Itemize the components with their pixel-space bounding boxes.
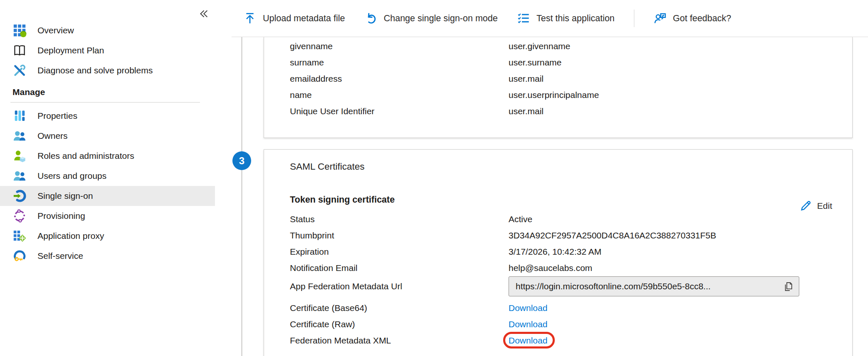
download-federation-metadata-xml-link[interactable]: Download [509, 336, 547, 345]
sidebar-item-label: Overview [37, 25, 74, 35]
test-application-label: Test this application [536, 13, 615, 24]
step-connector-line [241, 37, 242, 356]
upload-metadata-file-button[interactable]: Upload metadata file [243, 12, 345, 25]
detail-label: Certificate (Base64) [290, 303, 509, 313]
metadata-url-field[interactable]: https://login.microsoftonline.com/59b550… [509, 276, 799, 296]
sidebar-item-overview[interactable]: Overview [0, 20, 215, 40]
attribute-row: givenname user.givenname [290, 38, 852, 54]
sidebar-item-diagnose[interactable]: Diagnose and solve problems [0, 60, 215, 80]
download-certificate-raw-link[interactable]: Download [509, 319, 547, 329]
sidebar-item-roles[interactable]: Roles and administrators [0, 146, 215, 166]
claim-value: user.userprincipalname [509, 90, 599, 100]
copy-icon[interactable] [783, 281, 794, 292]
attribute-rows: givenname user.givenname surname user.su… [264, 37, 852, 119]
claim-value: user.givenname [509, 41, 570, 51]
claim-name: Unique User Identifier [290, 106, 509, 116]
attributes-claims-card: givenname user.givenname surname user.su… [264, 37, 853, 138]
sidebar-item-label: Users and groups [37, 171, 107, 181]
sidebar: Overview Deployment Plan [0, 0, 232, 356]
pencil-icon [799, 200, 812, 212]
bars-icon [12, 109, 27, 123]
sidebar-item-owners[interactable]: Owners [0, 126, 215, 146]
sidebar-item-properties[interactable]: Properties [0, 106, 215, 126]
detail-label: Status [290, 214, 509, 224]
sidebar-section-manage: Manage [0, 80, 232, 102]
feedback-person-icon [653, 12, 667, 25]
detail-label: Certificate (Raw) [290, 319, 509, 329]
sidebar-item-label: Single sign-on [37, 191, 93, 201]
change-sso-mode-button[interactable]: Change single sign-on mode [364, 12, 498, 25]
sidebar-item-label: Application proxy [37, 231, 104, 241]
status-value: Active [509, 214, 532, 224]
detail-label: Expiration [290, 247, 509, 257]
sidebar-item-single-sign-on[interactable]: Single sign-on [0, 186, 215, 206]
sidebar-nav: Overview Deployment Plan [0, 20, 232, 266]
grid-diamond-icon [12, 229, 27, 243]
attribute-row: Unique User Identifier user.mail [290, 103, 852, 119]
edit-certificate-button[interactable]: Edit [799, 200, 832, 212]
attribute-row: emailaddress user.mail [290, 70, 852, 87]
undo-arrow-icon [364, 12, 377, 25]
sidebar-item-self-service[interactable]: Self-service [0, 246, 215, 266]
step-number-badge: 3 [232, 151, 251, 170]
got-feedback-label: Got feedback? [673, 13, 731, 24]
attribute-row: name user.userprincipalname [290, 87, 852, 103]
saml-certificates-card: SAML Certificates Edit Token signing cer… [264, 149, 853, 356]
certificate-detail-rows: Status Active Thumbprint 3D34A92CF2957A2… [264, 210, 852, 276]
thumbprint-value: 3D34A92CF2957A2500D4C8A16A2C388270331F5B [509, 231, 716, 241]
annotated-download-wrapper: Download [509, 336, 547, 346]
claim-name: emailaddress [290, 74, 509, 84]
book-icon [12, 43, 27, 58]
overview-grid-icon [12, 23, 27, 38]
token-signing-certificate-heading: Token signing certificate [290, 194, 852, 205]
sidebar-item-label: Deployment Plan [37, 45, 104, 55]
sidebar-item-label: Provisioning [37, 211, 85, 221]
person-cube-icon [12, 149, 27, 163]
claim-value: user.mail [509, 74, 544, 84]
sidebar-item-users-groups[interactable]: Users and groups [0, 166, 215, 186]
claim-name: surname [290, 58, 509, 68]
download-rows: Certificate (Base64) Download Certificat… [264, 299, 852, 348]
upload-icon [243, 12, 257, 25]
claim-value: user.surname [509, 58, 561, 68]
claim-value: user.mail [509, 106, 544, 116]
tools-icon [12, 63, 27, 78]
change-sso-mode-label: Change single sign-on mode [384, 13, 498, 24]
people-icon [12, 169, 27, 183]
sidebar-item-label: Owners [37, 131, 67, 141]
sidebar-divider [10, 102, 200, 103]
saml-certificates-title: SAML Certificates [264, 150, 852, 172]
download-certificate-base64-link[interactable]: Download [509, 303, 547, 313]
got-feedback-button[interactable]: Got feedback? [653, 12, 731, 25]
download-row: Certificate (Base64) Download [290, 300, 852, 316]
command-bar: Upload metadata file Change single sign-… [232, 0, 868, 37]
claim-name: name [290, 90, 509, 100]
detail-label: Thumbprint [290, 231, 509, 241]
app-federation-metadata-url-row: App Federation Metadata Url https://logi… [264, 276, 852, 296]
checklist-icon [517, 12, 530, 25]
detail-label: Federation Metadata XML [290, 336, 509, 346]
key-circle-icon [12, 249, 27, 263]
download-row: Federation Metadata XML Download [290, 332, 852, 348]
attribute-row: surname user.surname [290, 54, 852, 70]
expiration-value: 3/17/2026, 10:42:32 AM [509, 247, 601, 257]
sync-icon [12, 209, 27, 223]
sidebar-item-label: Properties [37, 111, 77, 121]
certificate-detail-row: Status Active [290, 211, 852, 227]
claim-name: givenname [290, 41, 509, 51]
toolbar-separator [634, 10, 634, 27]
test-application-button[interactable]: Test this application [517, 12, 615, 25]
metadata-url-value: https://login.microsoftonline.com/59b550… [516, 281, 783, 291]
detail-label: Notification Email [290, 263, 509, 273]
sidebar-item-label: Roles and administrators [37, 151, 134, 161]
sidebar-item-deployment-plan[interactable]: Deployment Plan [0, 40, 215, 60]
sidebar-item-application-proxy[interactable]: Application proxy [0, 226, 215, 246]
upload-metadata-file-label: Upload metadata file [263, 13, 345, 24]
certificate-detail-row: Thumbprint 3D34A92CF2957A2500D4C8A16A2C3… [290, 227, 852, 243]
sidebar-item-label: Diagnose and solve problems [37, 65, 153, 75]
collapse-sidebar-button[interactable] [197, 7, 211, 21]
sidebar-item-provisioning[interactable]: Provisioning [0, 206, 215, 226]
edit-label: Edit [817, 201, 832, 211]
people-icon [12, 129, 27, 143]
app-window: Overview Deployment Plan [0, 0, 868, 356]
